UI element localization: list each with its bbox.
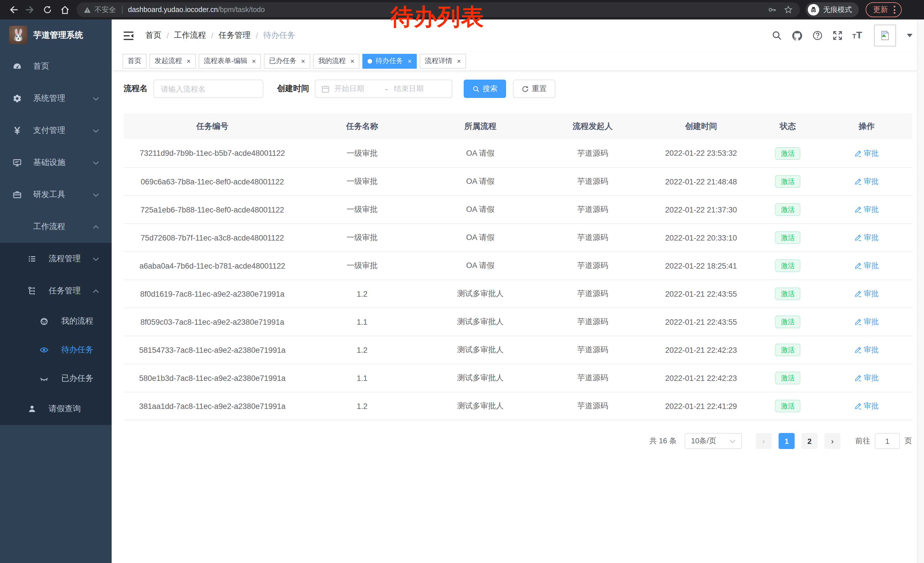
home-button[interactable] (57, 2, 72, 17)
process-name-input[interactable] (153, 80, 263, 98)
page-button-2[interactable]: 2 (801, 433, 818, 449)
approve-link[interactable]: 审批 (855, 373, 879, 383)
sidebar-item-process-mgmt[interactable]: 流程管理 (0, 243, 112, 275)
cell-process: 测试多审批人 (423, 373, 537, 383)
sidebar-item-payment[interactable]: 支付管理 (0, 114, 112, 147)
search-icon[interactable] (772, 30, 782, 41)
close-icon[interactable]: × (457, 57, 461, 65)
sidebar-item-task-mgmt[interactable]: 任务管理 (0, 275, 112, 307)
tag-label: 待办任务 (375, 56, 403, 66)
approve-link[interactable]: 审批 (855, 148, 879, 158)
sidebar-item-home[interactable]: 首页 (0, 50, 112, 83)
breadcrumb-separator: / (166, 31, 169, 40)
sidebar-item-label: 流程管理 (49, 254, 81, 264)
table-body: 73211d9d-7b9b-11ec-b5b7-acde48001122一级审批… (124, 139, 912, 420)
close-icon[interactable]: × (350, 57, 354, 65)
sidebar-item-done-task[interactable]: 已办任务 (0, 364, 112, 393)
search-button[interactable]: 搜索 (464, 80, 506, 98)
approve-link[interactable]: 审批 (855, 176, 879, 187)
approve-link[interactable]: 审批 (855, 401, 879, 411)
cell-task-name: 一级审批 (301, 233, 423, 243)
help-icon[interactable] (812, 30, 823, 41)
cell-action: 审批 (821, 233, 912, 243)
tag-label: 首页 (128, 56, 141, 66)
date-range-separator: - (379, 84, 394, 93)
approve-link[interactable]: 审批 (855, 233, 879, 243)
reset-button[interactable]: 重置 (513, 80, 555, 98)
approve-link[interactable]: 审批 (855, 289, 879, 299)
approve-link[interactable]: 审批 (855, 345, 879, 355)
forward-button[interactable] (23, 2, 38, 17)
menu-dots-icon[interactable] (892, 6, 897, 14)
breadcrumb-item[interactable]: 工作流程 (174, 30, 206, 41)
sidebar-item-infra[interactable]: 基础设施 (0, 147, 112, 179)
prev-page-button[interactable]: ‹ (756, 433, 772, 449)
reload-button[interactable] (40, 2, 55, 17)
back-button[interactable] (6, 2, 21, 17)
tag-label: 流程表单-编辑 (204, 56, 248, 66)
password-key-icon[interactable] (768, 5, 777, 14)
pencil-icon (855, 150, 862, 157)
breadcrumb: 首页/工作流程/任务管理/待办任务 (146, 30, 295, 41)
cell-create-time: 2022-01-21 22:43:55 (648, 318, 754, 326)
cell-action: 审批 (821, 317, 912, 327)
approve-link-label: 审批 (864, 373, 879, 383)
chevron-down-icon (93, 161, 99, 165)
chevron-down-icon (93, 96, 99, 101)
approve-link[interactable]: 审批 (855, 261, 879, 271)
sidebar-item-my-process[interactable]: 我的流程 (0, 307, 112, 336)
pencil-icon (855, 178, 862, 185)
cell-status: 激活 (754, 231, 821, 244)
close-icon[interactable]: × (408, 57, 412, 65)
sidebar-item-workflow[interactable]: 工作流程 (0, 211, 112, 243)
app-logo[interactable]: 🐰 芋道管理系统 (0, 20, 112, 50)
breadcrumb-item[interactable]: 首页 (146, 30, 162, 41)
sidebar-item-leave-query[interactable]: 请假查询 (0, 393, 112, 425)
sidebar-item-label: 基础设施 (33, 158, 65, 168)
cell-process: 测试多审批人 (423, 289, 537, 299)
close-icon[interactable]: × (252, 57, 256, 65)
cell-action: 审批 (821, 261, 912, 271)
url-bar[interactable]: 不安全 dashboard.yudao.iocoder.cn/bpm/task/… (77, 2, 800, 17)
page-button-1[interactable]: 1 (778, 433, 795, 449)
cell-starter: 芋道源码 (538, 289, 648, 299)
sidebar-item-devtools[interactable]: 研发工具 (0, 179, 112, 211)
user-icon (27, 404, 37, 413)
page-content: 流程名 创建时间 开始日期 - 结束日期 搜索 (112, 71, 924, 563)
close-icon[interactable]: × (301, 57, 305, 65)
bookmark-star-icon[interactable] (784, 5, 793, 14)
close-icon[interactable]: × (187, 57, 190, 65)
tab-tag[interactable]: 流程表单-编辑× (199, 54, 261, 68)
tab-tag[interactable]: 首页 (123, 54, 147, 68)
browser-update-button[interactable]: 更新 (866, 2, 902, 17)
tab-tag[interactable]: 流程详情× (420, 54, 466, 68)
sidebar-item-todo-task[interactable]: 待办任务 (0, 336, 112, 364)
tab-tag[interactable]: 我的流程× (313, 54, 360, 68)
cell-create-time: 2022-01-22 23:53:32 (648, 149, 754, 158)
approve-link[interactable]: 审批 (855, 317, 879, 327)
tab-tag[interactable]: 发起流程× (149, 54, 196, 68)
sidebar-item-label: 我的流程 (61, 316, 93, 326)
github-icon[interactable] (792, 30, 802, 41)
cell-task-name: 1.1 (301, 374, 423, 382)
avatar[interactable] (874, 25, 896, 47)
sidebar-item-system[interactable]: 系统管理 (0, 83, 112, 114)
breadcrumb-item[interactable]: 任务管理 (219, 30, 251, 41)
date-range-picker[interactable]: 开始日期 - 结束日期 (315, 80, 452, 98)
cell-starter: 芋道源码 (538, 401, 648, 411)
tab-active-tag[interactable]: 待办任务× (362, 54, 417, 68)
approve-link[interactable]: 审批 (855, 204, 879, 215)
font-size-icon[interactable]: TT (852, 30, 862, 41)
cell-task-id: 069c6a63-7b8a-11ec-8ef0-acde48001122 (124, 177, 301, 186)
scrollbar[interactable] (917, 20, 924, 563)
cell-action: 审批 (821, 401, 912, 411)
goto-page-input[interactable] (875, 433, 900, 449)
next-page-button[interactable]: › (824, 433, 840, 449)
avatar-dropdown-caret-icon[interactable] (907, 34, 912, 37)
calendar-icon (321, 84, 330, 93)
sidebar-collapse-button[interactable] (121, 31, 136, 41)
fullscreen-icon[interactable] (832, 30, 843, 41)
tab-tag[interactable]: 已办任务× (264, 54, 310, 68)
page-size-select[interactable]: 10条/页 (685, 433, 742, 449)
status-badge: 激活 (775, 372, 800, 384)
